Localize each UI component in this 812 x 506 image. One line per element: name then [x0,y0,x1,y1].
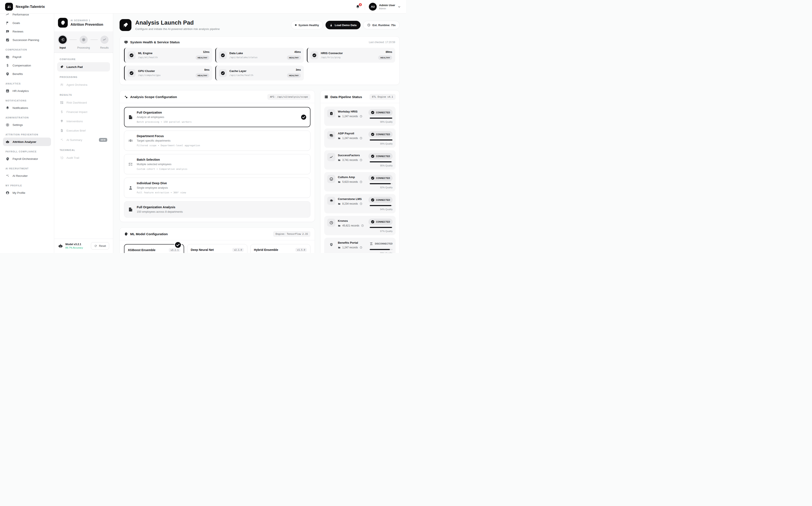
chartline-icon [327,153,335,161]
clock-icon[interactable] [359,180,362,183]
service-card-gpu-cluster: GPU Cluster/api/compute/gpu8msHEALTHY [124,66,212,80]
notifications-bell-icon[interactable]: 4 [354,4,361,10]
model-card-hybrid-ensemble[interactable]: Hybrid Ensemblev1.5.0XGB + LSTM [250,244,311,253]
sidebar-item-reviews[interactable]: Reviews [3,27,51,36]
sidebar-item-my-profile[interactable]: My Profile [3,188,51,197]
service-status-badge: HEALTHY [195,56,210,60]
nav-group-title-analytics: ANALYTICS [5,82,49,85]
scenario-item-launch-pad[interactable]: Launch Pad [57,62,110,72]
clock-icon[interactable] [359,159,362,162]
option-subtitle: Single employee analysis [137,186,186,189]
service-status-badge: HEALTHY [287,73,301,78]
clock-icon[interactable] [361,224,364,227]
check-circle-icon [219,51,227,59]
scope-option-department-focus[interactable]: Department FocusTarget specific departme… [124,131,311,151]
folder-icon [338,159,341,162]
quality-bar [370,249,393,250]
sidebar-item-payroll-orchestrator[interactable]: Payroll Orchestrator [3,155,51,163]
quality-bar [370,227,393,228]
load-demo-data-button[interactable]: Load Demo Data [326,21,360,29]
model-card-deep-neural-net[interactable]: Deep Neural Netv2.1.0Transformer-based [187,244,247,253]
service-name: GPU Cluster [138,69,161,73]
option-subtitle: Analyze all employees [137,115,191,119]
service-endpoint: /api/ml/health [138,56,158,59]
nav-group-title-compensation: COMPENSATION [5,49,49,51]
history-icon [60,156,64,160]
quality-label: 88% Quality [380,252,393,253]
sidebar-item-settings[interactable]: Settings [3,120,51,129]
option-meta: Custom cohort • Comparative analysis [137,168,187,170]
sidebar-item-label: Settings [12,123,23,126]
step-label: Input [60,46,66,49]
sidebar-item-hr-analytics[interactable]: HR Analytics [3,87,51,95]
bell-icon [5,106,10,110]
sidebar-item-label: HR Analytics [12,89,29,93]
source-records: 5,623 records [342,180,358,183]
clock-icon[interactable] [359,246,362,249]
clock-icon[interactable] [359,137,362,140]
sidebar-item-label: Compensation [12,64,31,67]
source-name: Kronos [338,219,364,223]
clock-icon[interactable] [359,202,362,205]
scenario-item-label: Executive Brief [67,129,86,132]
pipeline-source-culture-amp: Culture Amp5,623 recordsCONNECTED92% Qua… [324,172,396,191]
id-badge-icon [327,109,335,117]
source-records: 3,741 records [342,159,358,162]
reset-button[interactable]: Reset [91,242,109,250]
sidebar-item-goals[interactable]: Goals [3,19,51,27]
sidebar-item-ai-recruiter[interactable]: AI Recruiter [3,171,51,180]
sidebar-item-benefits[interactable]: Benefits [3,70,51,78]
scenario-logo-head-gear-icon [58,18,68,27]
gear-icon[interactable] [80,36,88,44]
model-name: Hybrid Ensemble [254,248,278,252]
trending-icon [5,14,10,16]
check-circle-icon [371,176,374,180]
dashboard-icon [60,101,64,104]
user-role: Admin [379,7,395,10]
scope-option-full-organization[interactable]: Full OrganizationAnalyze all employeesBa… [124,107,311,127]
sidebar-item-attrition-analyzer[interactable]: Attrition Analyzer [3,138,51,146]
sidebar-item-succession-planning[interactable]: Succession Planning [3,36,51,44]
sidebar-item-performance[interactable]: Performance [3,14,51,19]
scope-option-individual-deep-dive[interactable]: Individual Deep DiveSingle employee anal… [124,178,311,198]
service-name: Cache Layer [229,69,253,73]
shield-icon [327,241,335,249]
source-name: ADP Payroll [338,132,362,135]
scenario-item-label: Interventions [67,120,83,123]
avatar: AU [369,3,377,11]
option-title: Full Organization [137,111,191,114]
check-circle-icon [128,69,136,77]
sidebar-item-compensation[interactable]: Compensation [3,61,51,70]
person-circle-icon [5,191,10,195]
scenario-item-label: Financial Impact [67,110,87,113]
results-icon[interactable] [100,36,108,44]
service-endpoint: /api/cache/health [229,74,253,77]
service-endpoint: /api/compute/gpu [138,74,161,77]
service-latency: 45ms [287,51,301,54]
service-status-badge: HEALTHY [195,73,210,78]
building-icon [128,114,133,120]
source-records: 1,247 records [342,246,358,249]
scope-option-batch-selection[interactable]: Batch SelectionMultiple selected employe… [124,154,311,174]
option-meta: Batch processing • 150 parallel workers [137,120,191,123]
quality-label: 95% Quality [380,164,393,167]
user-menu[interactable]: AU Admin User Admin [369,3,401,11]
model-card-xgboost-ensemble[interactable]: XGBoost Ensemblev3.2.1Gradient Boosting [124,244,184,253]
connected-badge: CONNECTED [369,219,393,225]
sidebar-item-notifications[interactable]: Notifications [3,104,51,112]
sidebar-item-payroll[interactable]: Payroll [3,53,51,61]
source-records: 8,234 records [342,202,358,205]
page-logo-rocket-icon [119,19,132,31]
option-subtitle: Multiple selected employees [137,163,187,166]
clock-icon [367,23,371,27]
option-title: Batch Selection [137,158,187,161]
model-version-badge: v2.1.0 [232,248,244,252]
option-subtitle: Target specific departments [137,139,200,142]
check-circle-icon [371,198,374,202]
connected-badge: CONNECTED [369,153,393,159]
scenario-title: Attrition Prevention [71,22,103,26]
input-icon[interactable] [59,36,67,44]
folder-icon [338,137,341,140]
model-version-badge: v3.2.1 [169,248,180,252]
clock-icon[interactable] [359,115,362,118]
